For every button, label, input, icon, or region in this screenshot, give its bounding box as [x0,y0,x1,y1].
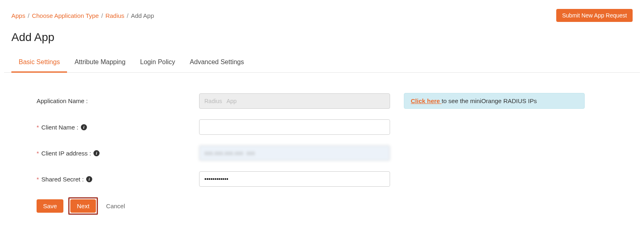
breadcrumb-sep: / [28,12,29,19]
breadcrumb-link-apps[interactable]: Apps [11,12,25,19]
breadcrumb-sep: / [127,12,128,19]
client-ip-input[interactable] [199,145,390,161]
client-name-label: *Client Name : i [37,124,199,131]
required-marker: * [37,176,39,183]
tabs: Basic Settings Attribute Mapping Login P… [4,54,640,73]
save-button[interactable]: Save [37,199,63,213]
submit-new-app-request-button[interactable]: Submit New App Request [556,9,633,22]
required-marker: * [37,150,39,157]
button-row: Save Next Cancel [37,197,607,215]
info-box-text: to see the miniOrange RADIUS IPs [442,97,537,104]
tab-login-policy[interactable]: Login Policy [133,54,182,73]
next-button[interactable]: Next [70,199,96,213]
client-ip-label: *Client IP address : i [37,150,199,157]
application-name-label: Application Name : [37,97,199,104]
breadcrumb: Apps / Choose Application Type / Radius … [11,12,154,19]
required-marker: * [37,124,39,131]
radius-ip-info-box: Click here to see the miniOrange RADIUS … [404,93,585,109]
client-name-input[interactable] [199,119,390,135]
shared-secret-label: *Shared Secret : i [37,176,199,183]
cancel-button[interactable]: Cancel [103,199,128,213]
click-here-link[interactable]: Click here [411,97,442,104]
next-button-highlight: Next [68,197,98,215]
form-area: Application Name : Click here to see the… [0,73,644,223]
tab-attribute-mapping[interactable]: Attribute Mapping [67,54,132,73]
application-name-input[interactable] [199,93,390,109]
breadcrumb-sep: / [101,12,103,19]
breadcrumb-link-choose-type[interactable]: Choose Application Type [32,12,99,19]
info-icon[interactable]: i [81,124,87,130]
breadcrumb-current: Add App [131,12,154,19]
breadcrumb-link-radius[interactable]: Radius [105,12,124,19]
info-icon[interactable]: i [93,150,100,156]
tab-advanced-settings[interactable]: Advanced Settings [182,54,251,73]
info-icon[interactable]: i [86,176,92,182]
shared-secret-input[interactable] [199,171,390,187]
page-title: Add App [0,25,644,54]
tab-basic-settings[interactable]: Basic Settings [11,54,67,73]
